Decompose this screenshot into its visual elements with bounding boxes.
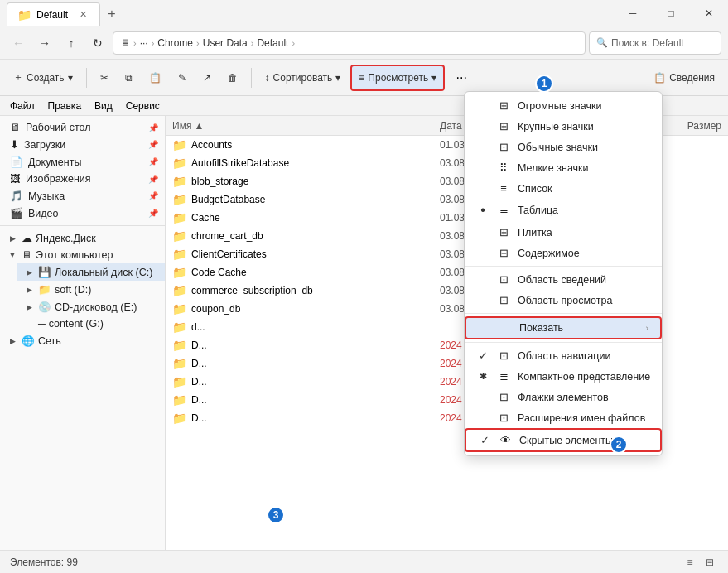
sidebar-item-video[interactable]: 🎬 Видео 📌 bbox=[0, 205, 165, 222]
network-icon: 🌐 bbox=[22, 335, 35, 347]
search-icon: 🔍 bbox=[596, 37, 608, 48]
view-button[interactable]: ≡ Просмотреть ▾ bbox=[350, 65, 445, 91]
sidebar-item-documents[interactable]: 📄 Документы 📌 bbox=[0, 153, 165, 171]
sidebar-item-images[interactable]: 🖼 Изображения 📌 bbox=[0, 171, 165, 187]
up-button[interactable]: ↑ bbox=[60, 31, 83, 55]
table-icon: ≣ bbox=[496, 205, 511, 217]
sidebar-item-drive-c[interactable]: ▶ 💾 Локальный диск (C:) bbox=[17, 263, 165, 281]
address-bar: ← → ↑ ↻ 🖥 › ··· › Chrome › User Data › D… bbox=[0, 26, 728, 60]
breadcrumb-default[interactable]: Default bbox=[257, 37, 288, 49]
menu-item-flags[interactable]: ⊡ Флажки элементов bbox=[465, 387, 662, 407]
menu-item-table[interactable]: • ≣ Таблица bbox=[465, 199, 662, 222]
create-button[interactable]: ＋ Создать ▾ bbox=[7, 65, 80, 91]
maximize-button[interactable]: □ bbox=[652, 0, 690, 26]
menu-item-content[interactable]: ⊟ Содержимое bbox=[465, 243, 662, 263]
sidebar-item-network[interactable]: ▶ 🌐 Сеть bbox=[0, 332, 165, 349]
search-box[interactable]: 🔍 Поиск в: Default bbox=[589, 31, 721, 55]
sort-button[interactable]: ↕ Сортировать ▾ bbox=[258, 65, 348, 91]
active-tab[interactable]: 📁 Default ✕ bbox=[7, 2, 100, 26]
menu-item-details-pane[interactable]: ⊡ Область сведений bbox=[465, 269, 662, 290]
menu-item-extensions[interactable]: ⊡ Расширения имен файлов bbox=[465, 407, 662, 428]
sidebar-item-downloads[interactable]: ⬇ Загрузки 📌 bbox=[0, 136, 165, 153]
menu-item-compact[interactable]: ✱ ≣ Компактное представление bbox=[465, 366, 662, 387]
tab-title: Default bbox=[36, 9, 68, 21]
menu-item-tile[interactable]: ⊞ Плитка bbox=[465, 222, 662, 243]
video-icon: 🎬 bbox=[10, 207, 23, 219]
view-label: Просмотреть bbox=[368, 72, 428, 84]
forward-button[interactable]: → bbox=[33, 31, 56, 55]
menu-tools[interactable]: Сервис bbox=[119, 99, 166, 113]
create-arrow-icon: ▾ bbox=[68, 72, 73, 84]
extensions-icon: ⊡ bbox=[496, 412, 511, 424]
menu-item-list[interactable]: ≡ Список bbox=[465, 178, 662, 199]
sidebar-item-music[interactable]: 🎵 Музыка 📌 bbox=[0, 187, 165, 205]
downloads-label: Загрузки bbox=[24, 139, 65, 151]
tab-area: 📁 Default ✕ + bbox=[0, 0, 123, 26]
rename-button[interactable]: ✎ bbox=[171, 65, 193, 91]
drived-icon: 📁 bbox=[38, 283, 51, 296]
music-label: Музыка bbox=[28, 190, 65, 202]
menu-item-hidden[interactable]: ✓ 👁 Скрытые элементы bbox=[465, 428, 662, 452]
network-label: Сеть bbox=[38, 335, 61, 347]
breadcrumb-chrome[interactable]: Chrome bbox=[157, 37, 193, 49]
create-label: Создать bbox=[27, 72, 65, 84]
folder-icon: 📁 bbox=[172, 320, 186, 334]
downloads-pin-icon: 📌 bbox=[148, 140, 158, 149]
expand-drivec-icon: ▶ bbox=[23, 268, 35, 277]
documents-icon: 📄 bbox=[10, 156, 23, 168]
documents-pin-icon: 📌 bbox=[148, 157, 158, 166]
images-icon: 🖼 bbox=[10, 173, 21, 185]
menu-item-large-icons[interactable]: ⊞ Крупные значки bbox=[465, 116, 662, 137]
new-tab-button[interactable]: + bbox=[100, 2, 123, 26]
more-options-button[interactable]: ··· bbox=[448, 65, 475, 91]
computer-icon: 🖥 bbox=[120, 37, 130, 49]
sidebar-item-drive-d[interactable]: ▶ 📁 soft (D:) bbox=[17, 281, 165, 298]
breadcrumb-more[interactable]: ··· bbox=[140, 37, 148, 49]
delete-button[interactable]: 🗑 bbox=[221, 65, 244, 91]
refresh-button[interactable]: ↻ bbox=[86, 31, 109, 55]
menu-item-nav-pane[interactable]: ✓ ⊡ Область навигации bbox=[465, 345, 662, 366]
menu-view[interactable]: Вид bbox=[88, 99, 119, 113]
show-arrow-icon: › bbox=[645, 323, 648, 333]
folder-icon: 📁 bbox=[172, 357, 186, 370]
menu-item-huge-icons[interactable]: ⊞ Огромные значки bbox=[465, 95, 662, 116]
copy-button[interactable]: ⧉ bbox=[118, 65, 139, 91]
search-label: Поиск в: Default bbox=[611, 37, 684, 49]
menu-item-preview-pane[interactable]: ⊡ Область просмотра bbox=[465, 290, 662, 311]
music-pin-icon: 📌 bbox=[148, 191, 158, 200]
tab-close-button[interactable]: ✕ bbox=[76, 8, 89, 22]
menu-edit[interactable]: Правка bbox=[41, 99, 89, 113]
sidebar-item-yandex[interactable]: ▶ ☁ Яндекс.Диск bbox=[0, 229, 165, 247]
breadcrumb-userdata[interactable]: User Data bbox=[203, 37, 248, 49]
sidebar-item-drive-e[interactable]: ▶ 💿 CD-дисковод (E:) bbox=[17, 298, 165, 315]
images-label: Изображения bbox=[26, 173, 91, 185]
ribbon-divider-2 bbox=[251, 68, 252, 88]
menu-item-normal-icons[interactable]: ⊡ Обычные значки bbox=[465, 137, 662, 157]
large-icons-icon: ⊞ bbox=[496, 120, 511, 132]
view-dropdown-menu: ⊞ Огромные значки ⊞ Крупные значки ⊡ Обы… bbox=[464, 91, 663, 456]
share-button[interactable]: ↗ bbox=[196, 65, 218, 91]
normal-icons-icon: ⊡ bbox=[496, 141, 511, 153]
cut-button[interactable]: ✂ bbox=[94, 65, 115, 91]
sidebar-item-desktop[interactable]: 🖥 Рабочий стол 📌 bbox=[0, 119, 165, 136]
drived-label: soft (D:) bbox=[55, 284, 91, 296]
menu-file[interactable]: Файл bbox=[3, 99, 41, 113]
sidebar-item-drive-g[interactable]: ─ content (G:) bbox=[17, 315, 165, 332]
menu-item-show[interactable]: Показать › bbox=[465, 316, 662, 339]
paste-button[interactable]: 📋 bbox=[142, 65, 168, 91]
list-view-button[interactable]: ≡ bbox=[682, 554, 698, 571]
col-name-header[interactable]: Имя ▲ bbox=[172, 120, 440, 132]
details-button[interactable]: 📋 Сведения bbox=[647, 65, 721, 91]
sidebar-item-this-pc[interactable]: ▼ 🖥 Этот компьютер bbox=[0, 247, 165, 263]
close-button[interactable]: ✕ bbox=[690, 0, 728, 26]
minimize-button[interactable]: ─ bbox=[614, 0, 652, 26]
breadcrumb-bar[interactable]: 🖥 › ··· › Chrome › User Data › Default › bbox=[113, 31, 586, 55]
badge-3: 3 bbox=[267, 506, 285, 524]
back-button[interactable]: ← bbox=[7, 31, 30, 55]
small-icons-icon: ⠿ bbox=[496, 161, 511, 174]
tile-icon: ⊞ bbox=[496, 226, 511, 238]
drivec-label: Локальный диск (C:) bbox=[55, 267, 152, 278]
details-view-button[interactable]: ⊟ bbox=[701, 554, 718, 571]
rename-icon: ✎ bbox=[178, 72, 186, 84]
menu-item-small-icons[interactable]: ⠿ Мелкие значки bbox=[465, 157, 662, 178]
